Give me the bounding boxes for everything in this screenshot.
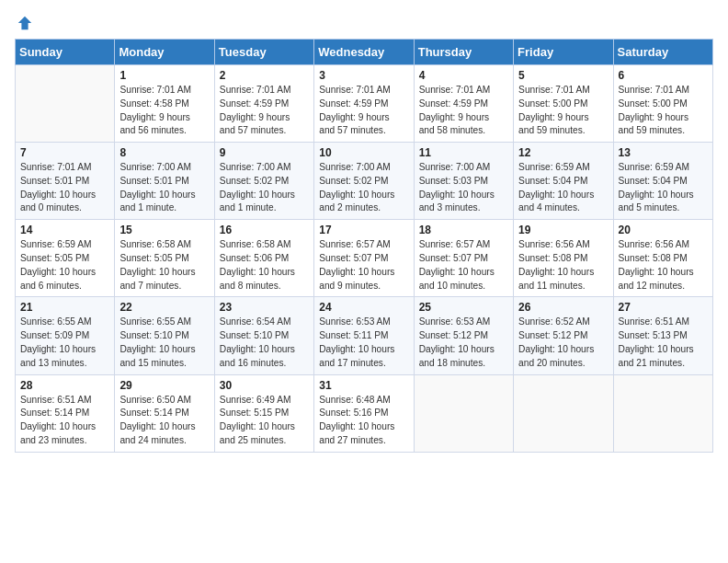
calendar-week-row: 7Sunrise: 7:01 AM Sunset: 5:01 PM Daylig… bbox=[16, 143, 713, 220]
calendar-cell: 5Sunrise: 7:01 AM Sunset: 5:00 PM Daylig… bbox=[514, 65, 613, 143]
cell-content: Sunrise: 6:59 AM Sunset: 5:04 PM Dayligh… bbox=[518, 161, 608, 215]
cell-content: Sunrise: 7:01 AM Sunset: 5:00 PM Dayligh… bbox=[619, 84, 708, 138]
calendar-cell: 24Sunrise: 6:53 AM Sunset: 5:11 PM Dayli… bbox=[314, 297, 414, 374]
cell-content: Sunrise: 6:53 AM Sunset: 5:12 PM Dayligh… bbox=[419, 316, 508, 370]
day-number: 26 bbox=[518, 301, 608, 314]
day-number: 28 bbox=[20, 379, 109, 392]
page-header bbox=[15, 15, 713, 31]
cell-content: Sunrise: 7:00 AM Sunset: 5:02 PM Dayligh… bbox=[319, 161, 408, 215]
cell-content: Sunrise: 6:52 AM Sunset: 5:12 PM Dayligh… bbox=[518, 316, 608, 370]
calendar-cell: 23Sunrise: 6:54 AM Sunset: 5:10 PM Dayli… bbox=[214, 297, 313, 374]
cell-content: Sunrise: 6:57 AM Sunset: 5:07 PM Dayligh… bbox=[319, 238, 408, 293]
calendar-cell: 15Sunrise: 6:58 AM Sunset: 5:05 PM Dayli… bbox=[115, 220, 214, 297]
calendar-cell: 1Sunrise: 7:01 AM Sunset: 4:58 PM Daylig… bbox=[115, 65, 214, 143]
svg-marker-0 bbox=[18, 17, 31, 29]
calendar-cell: 27Sunrise: 6:51 AM Sunset: 5:13 PM Dayli… bbox=[613, 297, 712, 374]
calendar-week-row: 28Sunrise: 6:51 AM Sunset: 5:14 PM Dayli… bbox=[16, 374, 713, 452]
cell-content: Sunrise: 7:01 AM Sunset: 4:58 PM Dayligh… bbox=[119, 84, 209, 138]
logo bbox=[15, 15, 33, 31]
cell-content: Sunrise: 7:00 AM Sunset: 5:02 PM Dayligh… bbox=[220, 161, 309, 215]
calendar-cell: 11Sunrise: 7:00 AM Sunset: 5:03 PM Dayli… bbox=[414, 143, 513, 220]
day-number: 25 bbox=[419, 301, 508, 314]
calendar-cell bbox=[514, 374, 613, 452]
calendar-cell: 6Sunrise: 7:01 AM Sunset: 5:00 PM Daylig… bbox=[613, 65, 712, 143]
calendar-cell: 28Sunrise: 6:51 AM Sunset: 5:14 PM Dayli… bbox=[16, 374, 115, 452]
calendar-cell: 21Sunrise: 6:55 AM Sunset: 5:09 PM Dayli… bbox=[16, 297, 115, 374]
cell-content: Sunrise: 6:53 AM Sunset: 5:11 PM Dayligh… bbox=[319, 316, 408, 370]
calendar-cell: 22Sunrise: 6:55 AM Sunset: 5:10 PM Dayli… bbox=[115, 297, 214, 374]
cell-content: Sunrise: 6:55 AM Sunset: 5:09 PM Dayligh… bbox=[20, 316, 109, 370]
calendar-cell: 18Sunrise: 6:57 AM Sunset: 5:07 PM Dayli… bbox=[414, 220, 513, 297]
day-number: 11 bbox=[419, 146, 508, 159]
day-number: 7 bbox=[20, 146, 109, 159]
cell-content: Sunrise: 7:00 AM Sunset: 5:01 PM Dayligh… bbox=[119, 161, 209, 215]
cell-content: Sunrise: 6:56 AM Sunset: 5:08 PM Dayligh… bbox=[619, 238, 708, 293]
cell-content: Sunrise: 6:54 AM Sunset: 5:10 PM Dayligh… bbox=[220, 316, 309, 370]
day-number: 31 bbox=[319, 379, 408, 392]
calendar-cell bbox=[414, 374, 513, 452]
calendar-table: SundayMondayTuesdayWednesdayThursdayFrid… bbox=[15, 39, 713, 453]
day-header-sunday: Sunday bbox=[16, 40, 115, 65]
cell-content: Sunrise: 6:56 AM Sunset: 5:08 PM Dayligh… bbox=[518, 238, 608, 293]
day-number: 15 bbox=[119, 224, 209, 236]
cell-content: Sunrise: 6:57 AM Sunset: 5:07 PM Dayligh… bbox=[419, 238, 508, 293]
day-number: 12 bbox=[518, 146, 608, 159]
calendar-cell: 19Sunrise: 6:56 AM Sunset: 5:08 PM Dayli… bbox=[514, 220, 613, 297]
day-number: 2 bbox=[220, 69, 309, 82]
cell-content: Sunrise: 6:59 AM Sunset: 5:05 PM Dayligh… bbox=[20, 238, 109, 293]
day-number: 30 bbox=[220, 379, 309, 392]
calendar-cell: 14Sunrise: 6:59 AM Sunset: 5:05 PM Dayli… bbox=[16, 220, 115, 297]
day-header-saturday: Saturday bbox=[613, 40, 712, 65]
day-number: 22 bbox=[119, 301, 209, 314]
day-number: 13 bbox=[619, 146, 708, 159]
cell-content: Sunrise: 6:58 AM Sunset: 5:06 PM Dayligh… bbox=[220, 238, 309, 293]
calendar-cell: 4Sunrise: 7:01 AM Sunset: 4:59 PM Daylig… bbox=[414, 65, 513, 143]
calendar-week-row: 21Sunrise: 6:55 AM Sunset: 5:09 PM Dayli… bbox=[16, 297, 713, 374]
day-number: 21 bbox=[20, 301, 109, 314]
calendar-cell: 10Sunrise: 7:00 AM Sunset: 5:02 PM Dayli… bbox=[314, 143, 414, 220]
day-number: 10 bbox=[319, 146, 408, 159]
calendar-cell: 31Sunrise: 6:48 AM Sunset: 5:16 PM Dayli… bbox=[314, 374, 414, 452]
day-number: 14 bbox=[20, 224, 109, 236]
day-header-monday: Monday bbox=[115, 40, 214, 65]
cell-content: Sunrise: 6:49 AM Sunset: 5:15 PM Dayligh… bbox=[220, 394, 309, 448]
day-header-tuesday: Tuesday bbox=[214, 40, 313, 65]
day-header-friday: Friday bbox=[514, 40, 613, 65]
day-number: 4 bbox=[419, 69, 508, 82]
cell-content: Sunrise: 6:55 AM Sunset: 5:10 PM Dayligh… bbox=[119, 316, 209, 370]
day-number: 3 bbox=[319, 69, 408, 82]
calendar-cell: 26Sunrise: 6:52 AM Sunset: 5:12 PM Dayli… bbox=[514, 297, 613, 374]
day-number: 29 bbox=[119, 379, 209, 392]
calendar-cell: 9Sunrise: 7:00 AM Sunset: 5:02 PM Daylig… bbox=[214, 143, 313, 220]
day-number: 16 bbox=[220, 224, 309, 236]
day-number: 5 bbox=[518, 69, 608, 82]
calendar-cell bbox=[16, 65, 115, 143]
calendar-cell: 17Sunrise: 6:57 AM Sunset: 5:07 PM Dayli… bbox=[314, 220, 414, 297]
cell-content: Sunrise: 7:01 AM Sunset: 4:59 PM Dayligh… bbox=[220, 84, 309, 138]
calendar-week-row: 14Sunrise: 6:59 AM Sunset: 5:05 PM Dayli… bbox=[16, 220, 713, 297]
cell-content: Sunrise: 6:48 AM Sunset: 5:16 PM Dayligh… bbox=[319, 394, 408, 448]
day-number: 17 bbox=[319, 224, 408, 236]
day-number: 20 bbox=[619, 224, 708, 236]
day-header-wednesday: Wednesday bbox=[314, 40, 414, 65]
cell-content: Sunrise: 7:01 AM Sunset: 5:01 PM Dayligh… bbox=[20, 161, 109, 215]
calendar-cell: 29Sunrise: 6:50 AM Sunset: 5:14 PM Dayli… bbox=[115, 374, 214, 452]
logo-icon bbox=[17, 15, 33, 31]
calendar-cell: 20Sunrise: 6:56 AM Sunset: 5:08 PM Dayli… bbox=[613, 220, 712, 297]
calendar-cell: 2Sunrise: 7:01 AM Sunset: 4:59 PM Daylig… bbox=[214, 65, 313, 143]
cell-content: Sunrise: 7:01 AM Sunset: 4:59 PM Dayligh… bbox=[319, 84, 408, 138]
cell-content: Sunrise: 7:01 AM Sunset: 4:59 PM Dayligh… bbox=[419, 84, 508, 138]
calendar-cell bbox=[613, 374, 712, 452]
day-number: 18 bbox=[419, 224, 508, 236]
day-number: 8 bbox=[119, 146, 209, 159]
day-number: 19 bbox=[518, 224, 608, 236]
cell-content: Sunrise: 7:00 AM Sunset: 5:03 PM Dayligh… bbox=[419, 161, 508, 215]
cell-content: Sunrise: 6:51 AM Sunset: 5:13 PM Dayligh… bbox=[619, 316, 708, 370]
day-number: 24 bbox=[319, 301, 408, 314]
calendar-cell: 30Sunrise: 6:49 AM Sunset: 5:15 PM Dayli… bbox=[214, 374, 313, 452]
calendar-week-row: 1Sunrise: 7:01 AM Sunset: 4:58 PM Daylig… bbox=[16, 65, 713, 143]
day-number: 27 bbox=[619, 301, 708, 314]
cell-content: Sunrise: 7:01 AM Sunset: 5:00 PM Dayligh… bbox=[518, 84, 608, 138]
day-number: 1 bbox=[119, 69, 209, 82]
calendar-cell: 7Sunrise: 7:01 AM Sunset: 5:01 PM Daylig… bbox=[16, 143, 115, 220]
